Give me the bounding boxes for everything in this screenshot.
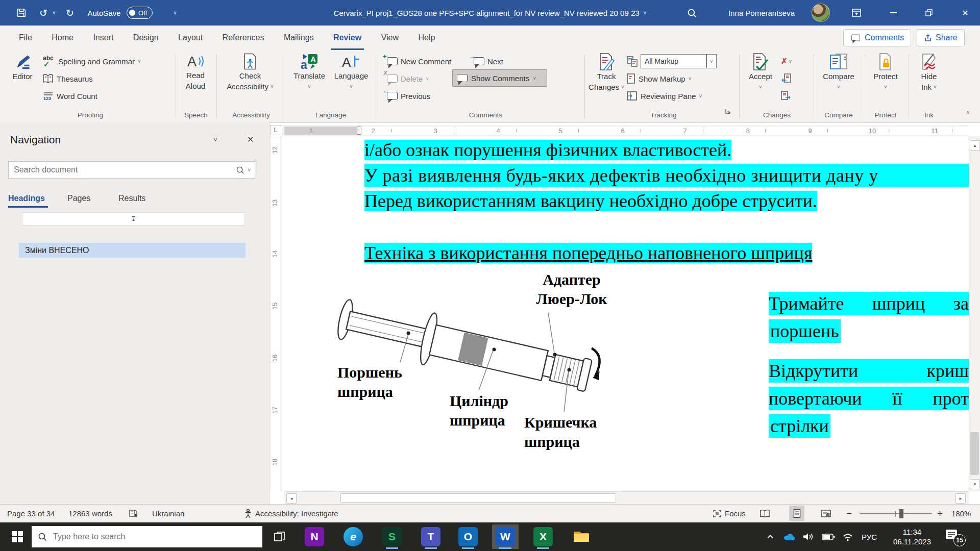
tab-layout[interactable]: Layout (169, 26, 211, 50)
tab-design[interactable]: Design (125, 26, 167, 50)
language-button[interactable]: A Language ˅ (331, 53, 372, 91)
search-button[interactable] (684, 0, 699, 26)
vertical-ruler[interactable]: 12 13 14 15 16 17 18 (270, 136, 282, 491)
vertical-scrollbar[interactable]: ▲ ▼ (969, 136, 980, 491)
proofing-errors-button[interactable] (129, 505, 138, 522)
horizontal-scrollbar[interactable]: ◄ ► (284, 491, 969, 504)
taskbar-outlook[interactable]: O (455, 524, 481, 549)
document-title[interactable]: Cervarix_PI proj1_GDS28 one PFS+SPC alig… (286, 0, 694, 26)
next-change-button[interactable] (781, 89, 791, 103)
zoom-out-button[interactable]: − (846, 505, 852, 522)
page-indicator[interactable]: Page 33 of 34 (7, 505, 55, 522)
clock-tray[interactable]: 11:34 06.11.2023 (886, 522, 939, 551)
hide-ink-button[interactable]: Hide Ink˅ (914, 53, 944, 92)
reject-button[interactable]: ✗ ˅ (781, 54, 792, 68)
compare-button[interactable]: Compare ˅ (821, 53, 856, 92)
taskbar-search-box[interactable] (32, 526, 262, 547)
search-dropdown[interactable]: ˅ (244, 167, 255, 173)
vertical-scroll-thumb[interactable] (970, 432, 979, 475)
protect-button[interactable]: Protect ˅ (870, 53, 901, 92)
check-accessibility-button[interactable]: Check Accessibility˅ (223, 53, 278, 91)
language-tray-indicator[interactable]: РУС (862, 522, 877, 551)
previous-change-button[interactable] (781, 71, 791, 86)
navigation-search-box[interactable]: ˅ (8, 161, 255, 179)
previous-comment-button[interactable]: ← Previous (387, 89, 430, 103)
nav-tab-pages[interactable]: Pages (67, 194, 90, 203)
taskbar-onenote[interactable]: N (301, 524, 328, 549)
user-name[interactable]: Inna Pomerantseva (721, 0, 802, 26)
minimize-button[interactable] (882, 0, 904, 26)
accept-button[interactable]: Accept ˅ (744, 53, 777, 92)
delete-comment-button[interactable]: ✗ Delete ˅ (387, 71, 429, 86)
word-count-indicator[interactable]: 12863 words (68, 505, 112, 522)
scroll-right-button[interactable]: ► (955, 493, 966, 504)
scroll-up-button[interactable]: ▲ (970, 140, 980, 151)
navigation-close-button[interactable]: ✕ (247, 135, 254, 144)
undo-dropdown[interactable]: ˅ (50, 0, 58, 26)
next-comment-button[interactable]: → Next (474, 54, 503, 68)
taskbar-file-explorer[interactable] (568, 524, 595, 549)
tab-references[interactable]: References (214, 26, 273, 50)
focus-button[interactable]: Focus (713, 505, 746, 522)
volume-tray-icon[interactable] (802, 522, 814, 551)
avatar[interactable] (811, 0, 831, 26)
task-view-button[interactable] (266, 524, 293, 549)
taskbar-edge[interactable]: e (340, 524, 366, 549)
share-button[interactable]: Share (917, 29, 965, 46)
taskbar-app-s[interactable]: S (379, 524, 405, 549)
show-markup-button[interactable]: Show Markup ˅ (627, 71, 692, 86)
search-input[interactable] (9, 165, 236, 174)
web-layout-button[interactable] (821, 505, 831, 522)
save-button[interactable] (14, 0, 29, 26)
tab-help[interactable]: Help (409, 26, 444, 50)
read-aloud-button[interactable]: A Read Aloud (180, 53, 211, 91)
nav-tab-results[interactable]: Results (118, 194, 145, 203)
navigation-collapse-button[interactable]: ˅ (213, 136, 217, 144)
print-layout-button[interactable] (789, 506, 804, 521)
spelling-grammar-button[interactable]: abc ✓ Spelling and Grammar ˅ (43, 54, 141, 68)
tab-mailings[interactable]: Mailings (275, 26, 323, 50)
zoom-level[interactable]: 180% (951, 505, 971, 522)
markup-select-dropdown[interactable]: ˅ (706, 54, 717, 68)
redo-button[interactable]: ↻ (63, 0, 77, 26)
comments-button[interactable]: Comments (843, 29, 911, 46)
thesaurus-button[interactable]: Thesaurus (43, 71, 93, 86)
taskbar-word-active[interactable]: W (492, 524, 519, 549)
close-button[interactable]: ✕ (953, 0, 977, 26)
action-center-button[interactable]: 15 (945, 522, 966, 551)
zoom-slider-track[interactable] (860, 513, 932, 514)
battery-tray-icon[interactable] (822, 522, 836, 551)
ribbon-display-options-button[interactable] (846, 0, 867, 26)
start-button[interactable] (4, 524, 31, 549)
read-mode-button[interactable] (760, 505, 770, 522)
onedrive-tray-icon[interactable] (783, 522, 796, 551)
tab-view[interactable]: View (373, 26, 407, 50)
word-count-button[interactable]: 123 Word Count (43, 89, 97, 103)
editor-button[interactable]: Editor (7, 53, 38, 81)
horizontal-ruler[interactable]: 1 2 3 4 5 6 7 8 9 10 11 (282, 125, 969, 136)
undo-button[interactable]: ↺ (37, 0, 50, 26)
accessibility-status[interactable]: Accessibility: Investigate (244, 505, 338, 522)
show-comments-button[interactable]: Show Comments ˅ (452, 69, 547, 87)
reviewing-pane-button[interactable]: Reviewing Pane ˅ (627, 89, 702, 103)
taskbar-excel[interactable]: X (530, 524, 556, 549)
taskbar-teams[interactable]: T (418, 524, 444, 549)
quick-access-dropdown[interactable]: ˅ (170, 0, 180, 26)
track-changes-button[interactable]: Track Changes˅ (590, 53, 623, 92)
markup-select[interactable]: All Markup (641, 54, 706, 68)
zoom-slider-handle[interactable] (899, 509, 903, 518)
tab-file[interactable]: File (10, 26, 41, 50)
tab-stop-selector[interactable]: L (270, 125, 281, 135)
language-indicator[interactable]: Ukrainian (152, 505, 184, 522)
tab-home[interactable]: Home (43, 26, 82, 50)
restore-button[interactable] (918, 0, 940, 26)
tab-review[interactable]: Review (325, 26, 370, 50)
taskbar-search-input[interactable] (52, 532, 256, 542)
zoom-in-button[interactable]: + (937, 505, 943, 522)
document-page[interactable]: і/або ознак порушення фізичних властивос… (284, 136, 969, 491)
collapse-ribbon-button[interactable]: ˄ (966, 109, 969, 115)
nav-tab-headings[interactable]: Headings (8, 194, 45, 203)
translate-button[interactable]: aA Translate ˅ (290, 53, 329, 91)
new-comment-button[interactable]: + New Comment (387, 54, 451, 68)
autosave-toggle[interactable]: Off (127, 0, 153, 26)
